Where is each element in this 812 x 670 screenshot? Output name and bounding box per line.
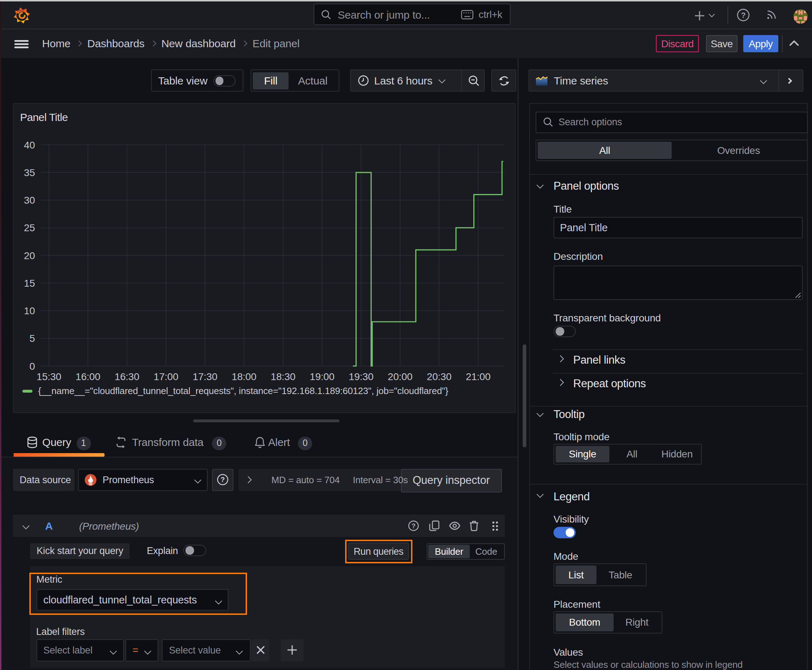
svg-text:15: 15 [24,277,35,288]
svg-text:19:30: 19:30 [348,371,373,382]
svg-text:20:30: 20:30 [426,371,451,382]
svg-text:?: ? [220,476,225,484]
svg-text:17:30: 17:30 [192,371,217,382]
svg-text:10: 10 [24,305,35,316]
svg-text:30: 30 [24,195,35,205]
svg-text:?: ? [411,522,415,530]
svg-text:21:00: 21:00 [465,371,490,382]
svg-text:19:00: 19:00 [309,371,334,382]
svg-text:0: 0 [29,360,35,372]
svg-text:25: 25 [24,222,35,233]
svg-text:16:00: 16:00 [75,371,100,382]
svg-text:40: 40 [24,139,35,150]
svg-text:17:00: 17:00 [153,371,178,382]
svg-text:5: 5 [29,333,35,343]
svg-text:35: 35 [24,167,35,178]
svg-text:18:30: 18:30 [270,371,295,382]
svg-text:?: ? [741,11,746,20]
svg-text:18:00: 18:00 [231,371,256,382]
svg-text:16:30: 16:30 [114,371,139,382]
svg-text:20: 20 [24,250,35,261]
svg-text:15:30: 15:30 [36,371,61,382]
svg-text:20:00: 20:00 [387,371,412,382]
svg-text:{__name__="cloudflared_tunnel_: {__name__="cloudflared_tunnel_total_requ… [38,385,448,396]
